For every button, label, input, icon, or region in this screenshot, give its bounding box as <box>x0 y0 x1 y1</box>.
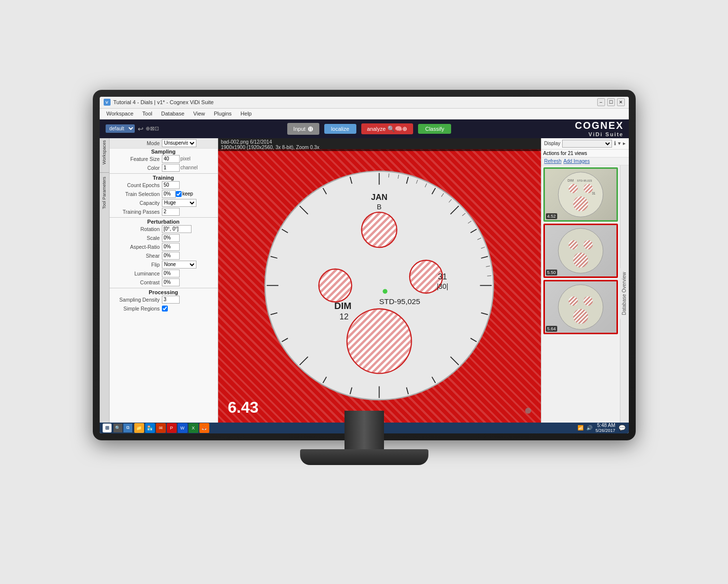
aspect-ratio-label: Aspect-Ratio <box>113 244 162 250</box>
menu-help[interactable]: Help <box>236 110 256 117</box>
volume-icon[interactable]: 🔊 <box>586 425 592 430</box>
scale-row: Scale <box>110 234 218 242</box>
simple-regions-label: Simple Regions <box>113 306 162 311</box>
search-button[interactable]: 🔍 <box>114 424 122 432</box>
aspect-ratio-row: Aspect-Ratio <box>110 242 218 251</box>
refresh-row: Refresh Add Images <box>541 157 629 165</box>
rotation-label: Rotation <box>113 226 162 232</box>
contrast-input[interactable] <box>162 278 180 286</box>
sampling-density-row: Sampling Density <box>110 295 218 304</box>
taskbar-right: 📶 🔊 5:48 AM 5/26/2017 💬 <box>577 423 625 433</box>
thumbnail-item[interactable]: 5.50 <box>543 224 618 278</box>
simple-regions-checkbox[interactable] <box>162 306 168 311</box>
display-select[interactable] <box>562 140 612 148</box>
monitor: V Tutorial 4 - Dials | v1* - Cognex ViDi… <box>93 90 636 495</box>
monitor-screen: V Tutorial 4 - Dials | v1* - Cognex ViDi… <box>100 97 629 433</box>
cognex-logo: COGNEX ViDi Suite <box>575 120 624 137</box>
menu-tool[interactable]: Tool <box>138 110 156 117</box>
contrast-row: Contrast <box>110 278 218 287</box>
rotation-input[interactable] <box>162 225 192 233</box>
training-passes-input[interactable] <box>162 208 180 216</box>
minimize-button[interactable]: – <box>597 98 605 106</box>
explorer-icon[interactable]: 📁 <box>134 423 144 433</box>
train-selection-row: Train Selection keep <box>110 190 218 198</box>
undo-icon[interactable]: ↩ <box>138 125 144 133</box>
shear-input[interactable] <box>162 252 180 260</box>
capacity-select[interactable]: Huge <box>162 199 196 207</box>
svg-point-60 <box>568 184 577 193</box>
notification-icon[interactable]: 💬 <box>618 425 626 431</box>
database-overview-label: Database Overview <box>619 268 629 319</box>
canvas-area: bad-002.png 6/12/2014 1900x1900 (1920x25… <box>218 138 541 423</box>
left-tab-strip: Workspaces Tool Parameters <box>100 138 110 423</box>
feature-size-unit: pixel <box>181 156 191 161</box>
sampling-density-input[interactable] <box>162 296 180 304</box>
mail-icon[interactable]: ✉ <box>156 423 166 433</box>
toolparams-tab-label: Tool Parameters <box>102 177 107 209</box>
train-selection-input[interactable] <box>162 190 176 198</box>
aspect-ratio-input[interactable] <box>162 243 180 251</box>
shear-label: Shear <box>113 253 162 259</box>
capacity-row: Capacity Huge <box>110 198 218 207</box>
firefox-icon[interactable]: 🦊 <box>199 423 209 433</box>
luminance-row: Luminance <box>110 269 218 278</box>
mode-select[interactable]: Unsupervised <box>162 139 196 147</box>
word-icon[interactable]: W <box>178 423 188 433</box>
store-icon[interactable]: 🏪 <box>145 423 155 433</box>
display-header: Display ℹ ▾ ▸ <box>541 138 629 150</box>
chevron-down-icon[interactable]: ▾ <box>618 140 621 147</box>
task-view-button[interactable]: ⧉ <box>123 424 132 432</box>
start-button[interactable]: ⊞ <box>103 424 112 432</box>
count-epochs-input[interactable] <box>162 181 180 189</box>
powerpoint-icon[interactable]: P <box>167 423 177 433</box>
svg-point-76 <box>583 296 593 306</box>
svg-text:DIM: DIM <box>334 301 351 311</box>
add-images-link[interactable]: Add Images <box>564 158 590 164</box>
menu-plugins[interactable]: Plugins <box>210 110 235 117</box>
svg-text:JAN: JAN <box>371 193 387 202</box>
processing-title: Processing <box>110 289 218 295</box>
info-icon[interactable]: ℹ <box>614 140 616 147</box>
tool-icons: ⊕⊠⊡ <box>146 125 159 132</box>
classify-button[interactable]: Classify <box>418 124 451 134</box>
scale-input[interactable] <box>162 234 180 242</box>
input-button[interactable]: Input ⊕ <box>287 123 319 135</box>
taskbar-apps: 📁 🏪 ✉ P W X 🦊 <box>134 423 209 433</box>
flip-label: Flip <box>113 262 162 268</box>
toolparams-tab[interactable]: Tool Parameters <box>102 177 107 209</box>
localize-button[interactable]: localize <box>324 124 356 134</box>
thumbnail-bg-3: 5.64 <box>545 281 616 333</box>
maximize-button[interactable]: ☐ <box>607 98 615 106</box>
refresh-link[interactable]: Refresh <box>544 158 562 164</box>
database-overview-tab[interactable]: Database Overview <box>620 165 629 423</box>
keep-checkbox[interactable] <box>176 191 182 197</box>
monitor-stand-neck <box>345 411 384 450</box>
color-input[interactable] <box>162 164 180 172</box>
workspaces-tab[interactable]: Workspaces <box>102 140 107 164</box>
luminance-input[interactable] <box>162 270 180 277</box>
thumb-score-3: 5.64 <box>546 326 558 332</box>
main-layout: Workspaces Tool Parameters Mode Unsuperv… <box>100 138 629 423</box>
close-button[interactable]: ✕ <box>617 98 625 106</box>
svg-point-69 <box>568 240 577 249</box>
training-passes-row: Training Passes <box>110 207 218 216</box>
mode-row: Mode Unsupervised <box>110 138 218 149</box>
tool-panel: Mode Unsupervised Sampling Feature Size … <box>110 138 218 423</box>
excel-icon[interactable]: X <box>189 423 198 433</box>
thumbnail-item[interactable]: DIM STD-95,023 31 <box>543 167 618 222</box>
menu-view[interactable]: View <box>190 110 209 117</box>
perturbation-title: Perturbation <box>110 219 218 225</box>
thumbnail-item[interactable]: 5.64 <box>543 280 618 334</box>
workspace-select[interactable]: default <box>106 124 135 133</box>
training-title: Training <box>110 175 218 181</box>
feature-size-input[interactable] <box>162 155 180 163</box>
workspaces-tab-label: Workspaces <box>102 140 107 164</box>
scroll-right-icon[interactable]: ▸ <box>623 140 626 147</box>
menu-workspace[interactable]: Workspace <box>103 110 138 117</box>
menu-database[interactable]: Database <box>157 110 189 117</box>
flip-select[interactable]: None <box>162 261 196 269</box>
monitor-stand-base <box>300 449 428 465</box>
thumbnail-bg-2: 5.50 <box>545 225 616 276</box>
analyze-button[interactable]: analyze 🔍🧠⊕ <box>361 123 414 134</box>
luminance-label: Luminance <box>113 271 162 276</box>
